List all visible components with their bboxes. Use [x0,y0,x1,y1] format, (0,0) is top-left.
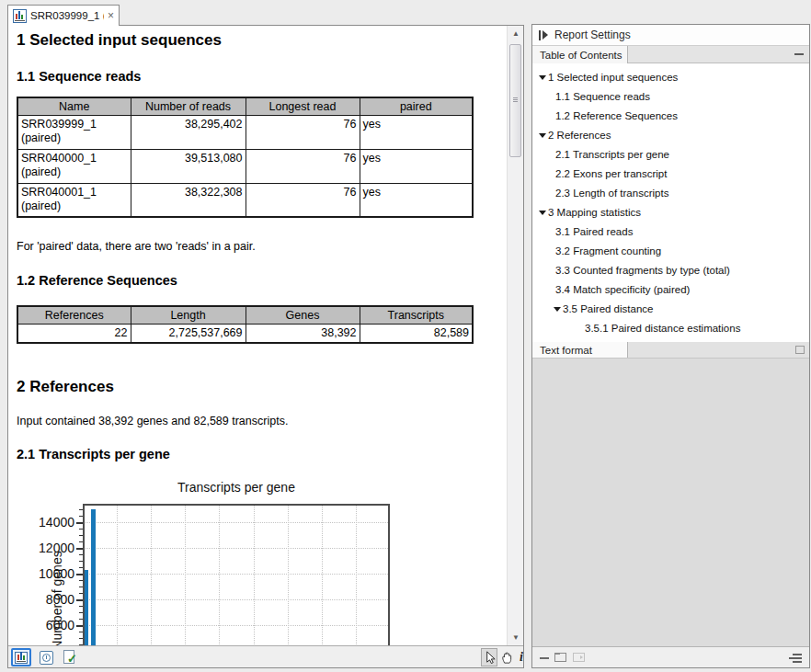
y-axis-minor-tick [79,535,83,536]
cell-name: SRR040000_1(paired) [17,149,131,183]
cursor-arrow-icon [483,651,497,665]
toc-item-label: 2.3 Length of transcripts [555,188,668,199]
minimize-panel-icon[interactable] [540,657,549,659]
y-axis-major-tick [76,522,83,524]
section-heading-2-1: 2.1 Transcripts per gene [17,447,170,461]
text-format-bar: Text format [532,342,809,359]
collapse-arrow-icon[interactable] [539,75,546,80]
y-axis-major-tick [76,548,83,550]
gridline-vertical [151,504,152,645]
toc-item[interactable]: 3.2 Fragment counting [532,242,809,261]
toc-item[interactable]: 1 Selected input sequences [532,68,809,87]
collapse-arrow-icon[interactable] [554,307,561,312]
tab-close-icon[interactable]: × [108,10,114,21]
history-clock-icon [40,651,53,665]
y-axis-minor-tick [79,580,83,581]
report-icon [15,652,28,664]
collapse-group-icon[interactable] [794,53,804,55]
toc-item[interactable]: 3.1 Paired reads [532,222,809,242]
info-icon: i [520,650,523,665]
section-heading-1-2: 1.2 Reference Sequences [17,273,177,288]
cell-name: SRR040001_1(paired) [17,183,131,217]
toc-item-label: 3.5 Paired distance [563,303,653,314]
toc-item[interactable]: 3.3 Counted fragments by type (total) [532,261,809,280]
tab-text-format[interactable]: Text format [532,342,628,358]
column-header: Number of reads [131,97,246,115]
report-settings-label: Report Settings [554,28,631,41]
view-mode-toolbar: ✓ i [8,645,523,667]
toc-item[interactable]: 2 References [532,126,809,145]
tab-table-of-contents[interactable]: Table of Contents [532,46,628,63]
column-header: Length [131,306,246,324]
gridline-vertical [254,504,255,645]
scroll-up-button[interactable]: ▲ [508,26,524,41]
y-axis-minor-tick [79,619,83,620]
scrollbar-thumb[interactable] [509,44,521,157]
toc-item[interactable]: 2.2 Exons per transcript [532,165,809,184]
pan-tool-button[interactable] [498,648,515,666]
cell-longest-read: 76 [246,183,360,217]
cell-paired: yes [360,115,473,149]
info-tool-button[interactable]: i [515,648,528,666]
gridline-horizontal [83,625,390,626]
toc-item-label: 1.2 Reference Sequences [555,110,678,121]
toc-item[interactable]: 1.1 Sequence reads [532,87,809,107]
toc-item[interactable]: 3.5.1 Paired distance estimations [532,319,809,338]
gridline-vertical [356,504,357,645]
cell-paired: yes [360,183,473,217]
toc-item[interactable]: 3 Mapping statistics [532,203,809,222]
vertical-scrollbar[interactable]: ▲ ▼ [507,26,523,645]
history-view-button[interactable] [36,648,56,666]
paired-note: For 'paired' data, there are two 'reads'… [17,240,256,253]
y-axis-minor-tick [79,632,83,632]
toc-item[interactable]: 1.2 Reference Sequences [532,107,809,126]
document-check-icon: ✓ [63,650,76,665]
cell-value: 22 [17,324,131,343]
gridline-vertical [117,504,118,645]
toc-item[interactable]: 2.1 Transcripts per gene [532,145,809,165]
cell-number-of-reads: 38,322,308 [131,183,246,217]
y-axis-minor-tick [79,529,83,530]
section-heading-1-1: 1.1 Sequence reads [17,69,141,84]
toc-item[interactable]: 2.3 Length of transcripts [532,184,809,203]
report-view-panel: 1 Selected input sequences 1.1 Sequence … [7,25,524,668]
y-axis-minor-tick [79,593,83,594]
gridline-horizontal [83,574,390,575]
plot-area [83,504,390,645]
toc-item[interactable]: 3.4 Match specificity (paired) [532,280,809,300]
collapse-arrow-icon[interactable] [539,133,546,138]
toc-item-label: 1.1 Sequence reads [555,91,650,102]
collapse-arrow-icon[interactable] [539,211,546,215]
selection-tool-button[interactable] [481,648,497,666]
view-settings-icon[interactable] [789,653,802,663]
section-heading-1: 1 Selected input sequences [17,31,222,50]
element-info-view-button[interactable]: ✓ [60,648,80,666]
document-tab[interactable]: SRR039999_1 (... × [7,5,120,26]
report-settings-header[interactable]: Report Settings [532,25,809,46]
expand-box-icon[interactable] [795,346,805,354]
column-header: References [17,306,131,324]
y-axis-minor-tick [79,561,83,562]
table-row: 222,725,537,66938,39282,589 [17,324,473,343]
section-heading-2: 2 References [17,378,114,396]
cell-value: 82,589 [360,324,473,343]
toc-item-label: 3.2 Fragment counting [555,245,661,256]
y-axis-minor-tick [79,516,83,517]
toc-item[interactable]: 3.5 Paired distance [532,300,809,319]
cell-number-of-reads: 38,295,402 [131,115,246,149]
column-header: Transcripts [360,306,473,324]
toc-item-label: 3.5.1 Paired distance estimations [585,323,740,334]
report-view-button[interactable] [11,648,31,666]
application-window: SRR039999_1 (... × 1 Selected input sequ… [0,0,811,672]
y-axis-major-tick [76,574,83,575]
toc-item-label: 3.1 Paired reads [555,226,633,237]
y-axis-tick-label: 10000 [32,566,74,581]
reference-sequences-table: ReferencesLengthGenesTranscripts 222,725… [17,305,474,344]
cell-name: SRR039999_1(paired) [17,115,131,149]
scroll-down-button[interactable]: ▼ [508,630,524,645]
y-axis-tick-label: 8000 [32,592,74,607]
cell-value: 2,725,537,669 [131,324,246,343]
toc-item-label: 2 References [548,130,611,141]
float-panel-icon[interactable] [554,653,566,662]
scrollbar-grip-icon [513,97,518,103]
